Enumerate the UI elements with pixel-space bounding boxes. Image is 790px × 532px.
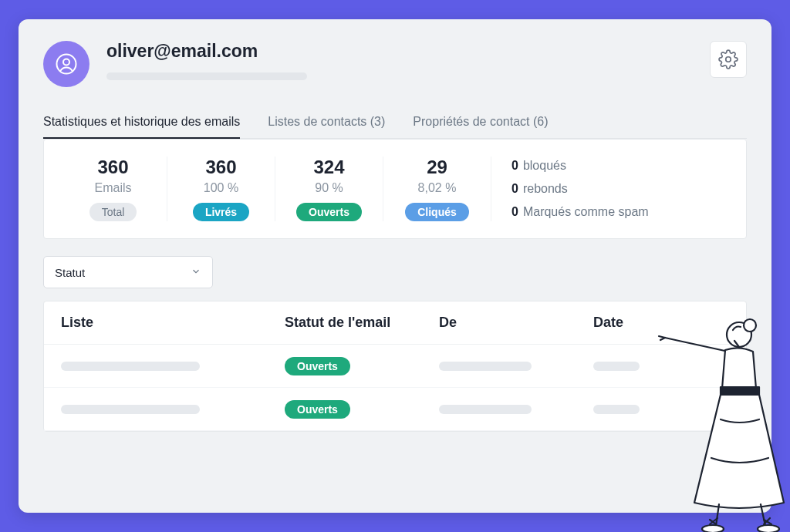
th-from: De — [439, 315, 593, 331]
svg-point-7 — [758, 525, 779, 532]
status-filter-dropdown[interactable]: Statut — [43, 256, 213, 288]
gear-icon — [718, 49, 738, 69]
contact-detail-card: oliver@email.com Statistiques et histori… — [19, 19, 771, 513]
skeleton-cell — [439, 405, 532, 414]
header-skeleton — [106, 72, 307, 80]
stat-clicked: 29 8,02 % Cliqués — [383, 157, 491, 221]
stat-delivered: 360 100 % Livrés — [167, 157, 275, 221]
stat-value: 360 — [64, 157, 162, 178]
zero-spam: 0Marqués comme spam — [511, 205, 731, 219]
tab-contact-properties[interactable]: Propriétés de contact (6) — [413, 115, 548, 138]
skeleton-cell — [439, 362, 532, 371]
skeleton-cell — [61, 405, 200, 414]
header: oliver@email.com — [43, 41, 747, 87]
tab-contact-lists[interactable]: Listes de contacts (3) — [268, 115, 385, 138]
stat-sub: 90 % — [280, 181, 378, 195]
th-date: Date — [593, 315, 729, 331]
pill-clicked: Cliqués — [405, 203, 469, 221]
stat-value: 360 — [172, 157, 270, 178]
status-badge: Ouverts — [285, 400, 350, 419]
tabs: Statistiques et historique des emails Li… — [43, 115, 747, 139]
chevron-down-icon — [191, 266, 201, 279]
stat-sub: Emails — [64, 181, 162, 195]
stat-sub: 8,02 % — [388, 181, 486, 195]
pill-total: Total — [89, 203, 137, 221]
svg-point-6 — [702, 525, 724, 532]
stat-value: 324 — [280, 157, 378, 178]
svg-point-0 — [57, 55, 76, 74]
skeleton-cell — [61, 362, 200, 371]
table-header: Liste Statut de l'email De Date — [44, 301, 746, 345]
user-circle-icon — [55, 52, 78, 76]
svg-point-2 — [726, 57, 731, 62]
filter-label: Statut — [55, 266, 85, 279]
header-text: oliver@email.com — [106, 41, 710, 80]
stat-value: 29 — [388, 157, 486, 178]
skeleton-cell — [593, 362, 640, 371]
contact-email: oliver@email.com — [106, 41, 710, 62]
zero-blocked: 0bloqués — [511, 159, 731, 173]
svg-point-1 — [63, 59, 69, 66]
pill-opened: Ouverts — [296, 203, 362, 221]
pill-delivered: Livrés — [193, 203, 249, 221]
status-badge: Ouverts — [285, 357, 350, 375]
zero-stats: 0bloqués 0rebonds 0Marqués comme spam — [491, 157, 731, 221]
zero-bounces: 0rebonds — [511, 182, 731, 196]
th-list: Liste — [61, 315, 285, 331]
stats-strip: 360 Emails Total 360 100 % Livrés 324 90… — [43, 139, 747, 239]
stat-sub: 100 % — [172, 181, 270, 195]
th-status: Statut de l'email — [285, 315, 439, 331]
settings-button[interactable] — [710, 41, 747, 78]
stat-emails: 360 Emails Total — [59, 157, 167, 221]
email-history-table: Liste Statut de l'email De Date Ouverts … — [43, 301, 747, 432]
table-row[interactable]: Ouverts — [44, 345, 746, 388]
stat-opened: 324 90 % Ouverts — [275, 157, 383, 221]
avatar — [43, 41, 89, 87]
tab-stats[interactable]: Statistiques et historique des emails — [43, 115, 240, 138]
table-row[interactable]: Ouverts — [44, 388, 746, 431]
skeleton-cell — [593, 405, 640, 414]
